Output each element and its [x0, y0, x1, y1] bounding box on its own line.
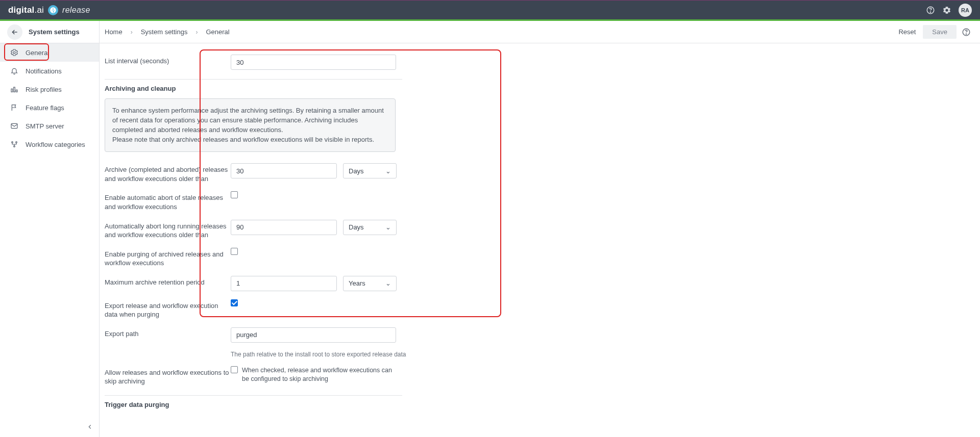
workflow-icon [10, 140, 18, 148]
enable-auto-abort-checkbox[interactable] [231, 191, 238, 198]
allow-skip-checkbox[interactable] [231, 366, 238, 373]
row-max-retention: Maximum archive retention period Years ⌄ [105, 272, 980, 295]
settings-gear-icon[interactable] [942, 6, 951, 15]
sidebar-item-feature-flags[interactable]: Feature flags [0, 98, 99, 117]
row-export-when-purge: Export release and workflow execution da… [105, 295, 980, 323]
breadcrumb-current: General [206, 28, 229, 36]
archive-older-unit-select[interactable]: Days ⌄ [343, 163, 397, 178]
sidebar-item-workflow-categories[interactable]: Workflow categories [0, 135, 99, 153]
mail-icon [10, 122, 18, 130]
sidebar-nav: General Notifications Risk profiles Feat… [0, 43, 99, 153]
sidebar-collapse-button[interactable] [85, 422, 95, 432]
content: Home › System settings › General Reset S… [100, 21, 980, 437]
help-icon[interactable] [926, 6, 935, 15]
release-product-icon [48, 5, 58, 15]
page-help-icon[interactable] [962, 28, 971, 37]
row-allow-skip: Allow releases and workflow executions t… [105, 362, 980, 390]
export-path-label: Export path [105, 327, 231, 339]
risk-icon [10, 85, 18, 93]
enable-purge-label: Enable purging of archived releases and … [105, 248, 231, 268]
list-interval-input[interactable] [231, 55, 396, 70]
back-button[interactable] [7, 24, 22, 40]
export-when-purge-checkbox[interactable] [231, 299, 238, 306]
sidebar-item-notifications[interactable]: Notifications [0, 62, 99, 80]
content-scroll[interactable]: List interval (seconds) Archiving and cl… [100, 43, 980, 437]
archive-older-input[interactable] [231, 163, 337, 178]
enable-auto-abort-label: Enable automatic abort of stale releases… [105, 191, 231, 211]
export-path-help: The path relative to the install root to… [231, 351, 406, 358]
save-button[interactable]: Save [923, 25, 957, 39]
sidebar-item-label: SMTP server [26, 122, 64, 130]
section-archiving: Archiving and cleanup [105, 79, 402, 98]
allow-skip-help: When checked, release and workflow execu… [242, 366, 395, 384]
sidebar-item-smtp[interactable]: SMTP server [0, 117, 99, 135]
sidebar-item-risk-profiles[interactable]: Risk profiles [0, 80, 99, 98]
archive-older-label: Archive (completed and aborted) releases… [105, 163, 231, 183]
brand-digitalai: digital.ai [8, 5, 44, 15]
allow-skip-label: Allow releases and workflow executions t… [105, 366, 231, 386]
export-when-purge-label: Export release and workflow execution da… [105, 299, 231, 319]
brand-logo[interactable]: digital.ai release [8, 5, 90, 15]
section-trigger-purging: Trigger data purging [105, 395, 402, 415]
row-export-path: Export path The path relative to the ins… [105, 323, 980, 362]
svg-point-2 [13, 52, 15, 54]
sidebar-title: System settings [29, 28, 80, 36]
sidebar-item-label: Risk profiles [26, 86, 62, 93]
archiving-info-line2: Please note that only archived releases … [112, 135, 388, 145]
max-retention-input[interactable] [231, 276, 337, 291]
content-header: Home › System settings › General Reset S… [100, 21, 980, 43]
auto-abort-label: Automatically abort long running release… [105, 220, 231, 240]
enable-purge-checkbox[interactable] [231, 248, 238, 255]
select-value: Years [349, 279, 365, 287]
chevron-down-icon: ⌄ [385, 279, 391, 287]
auto-abort-input[interactable] [231, 220, 337, 235]
breadcrumb-system-settings[interactable]: System settings [141, 28, 188, 36]
svg-rect-3 [11, 89, 13, 92]
svg-point-7 [12, 142, 13, 143]
svg-rect-5 [16, 90, 17, 92]
topbar: digital.ai release RA [0, 0, 980, 19]
sidebar-item-general[interactable]: General [0, 43, 99, 62]
svg-point-9 [14, 146, 15, 147]
svg-point-8 [16, 142, 17, 143]
sidebar-item-label: Feature flags [26, 104, 64, 112]
breadcrumb: Home › System settings › General [105, 28, 230, 36]
select-value: Days [349, 223, 364, 231]
sidebar-header: System settings [0, 21, 99, 43]
breadcrumb-home[interactable]: Home [105, 28, 122, 36]
svg-rect-4 [14, 87, 15, 92]
topbar-actions: RA [926, 4, 972, 17]
chevron-down-icon: ⌄ [385, 223, 391, 231]
row-enable-purge: Enable purging of archived releases and … [105, 244, 980, 272]
bell-icon [10, 67, 18, 75]
select-value: Days [349, 167, 364, 175]
svg-point-11 [966, 34, 966, 34]
gear-icon [10, 48, 18, 57]
chevron-down-icon: ⌄ [385, 167, 391, 175]
sidebar-item-label: Notifications [26, 67, 62, 75]
export-path-input[interactable] [231, 327, 396, 343]
row-archive-older: Archive (completed and aborted) releases… [105, 159, 980, 187]
svg-point-1 [930, 12, 930, 12]
auto-abort-unit-select[interactable]: Days ⌄ [343, 220, 397, 235]
archiving-title: Archiving and cleanup [105, 85, 402, 92]
chevron-right-icon: › [131, 29, 133, 36]
sidebar-item-label: Workflow categories [26, 141, 85, 148]
avatar[interactable]: RA [959, 4, 972, 17]
list-interval-label: List interval (seconds) [105, 55, 231, 66]
trigger-purging-title: Trigger data purging [105, 401, 402, 408]
max-retention-unit-select[interactable]: Years ⌄ [343, 276, 397, 291]
chevron-right-icon: › [195, 29, 198, 36]
sidebar-item-label: General [26, 49, 49, 57]
archiving-info-line1: To enhance system performance adjust the… [112, 106, 388, 135]
row-list-interval: List interval (seconds) [105, 50, 980, 74]
product-name: release [62, 6, 90, 15]
sidebar: System settings General Notifications Ri… [0, 21, 100, 437]
reset-button[interactable]: Reset [891, 25, 923, 39]
archiving-info-box: To enhance system performance adjust the… [105, 98, 396, 152]
max-retention-label: Maximum archive retention period [105, 276, 231, 287]
flag-icon [10, 104, 18, 112]
row-auto-abort: Automatically abort long running release… [105, 216, 980, 244]
row-enable-auto-abort: Enable automatic abort of stale releases… [105, 187, 980, 215]
